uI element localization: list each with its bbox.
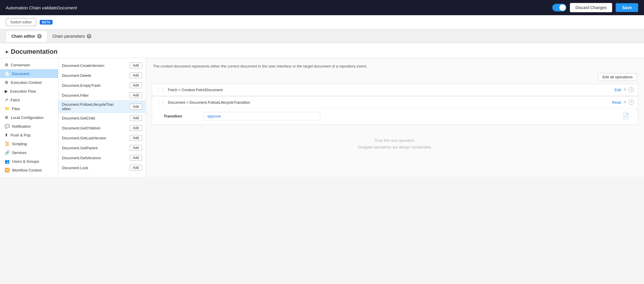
add-lock-button[interactable]: Add [130,165,142,171]
chain-op-lifecycle-close[interactable]: × [624,100,626,105]
notification-icon: 💬 [5,124,10,129]
tab-chain-parameters-label: Chain parameters [53,34,85,39]
title-italic: validateDocument [42,5,77,10]
sidebar-item-label: Workflow Context [12,168,42,172]
title-text: Automation Chain [6,5,42,10]
doc-title: Documentation [11,48,58,56]
add-get-versions-button[interactable]: Add [130,155,142,161]
sidebar-item-label: Execution Context [11,80,42,85]
drag-handle-fetch[interactable]: ⋮⋮ [156,87,166,93]
beta-badge: BETA [40,20,52,25]
sidebar-item-execution-context[interactable]: ⚙ Execution Context [0,78,58,87]
op-get-last-version[interactable]: Document.GetLastVersion Add [58,133,146,143]
chain-panel: The context document represents either t… [146,58,644,177]
sidebar-item-label: Fetch [11,98,20,102]
push-pop-icon: ⬆ [5,133,8,137]
sidebar-item-notification[interactable]: 💬 Notification [0,122,58,131]
category-sidebar: ⚙ Conversion 📄 Document ⚙ Execution Cont… [0,58,58,177]
chain-op-lifecycle-read[interactable]: Read [612,100,621,105]
sidebar-item-label: Conversion [11,63,30,67]
sidebar-item-label: Local Configuration [11,115,43,120]
add-follow-lifecycle-button[interactable]: Add [130,104,142,110]
switch-editor-button[interactable]: Switch editor [6,18,36,26]
toggle-knob [559,4,566,11]
toggle-switch[interactable] [552,4,566,11]
sidebar-item-label: Execution Flow [10,89,36,93]
param-transition-label: Transition [164,114,199,118]
edit-all-ops-button[interactable]: Edit all operations [598,73,637,81]
chain-op-fetch-close[interactable]: × [624,87,626,92]
chain-op-fetch: ⋮⋮ Fetch > Context.FetchDocument Edit × … [152,84,638,96]
op-follow-lifecycle[interactable]: Document.FollowLifecycleTransition Add [58,100,146,113]
op-get-versions[interactable]: Document.GetVersions Add [58,153,146,163]
drop-zone[interactable]: Drop the next operation. Dropped operati… [146,125,644,162]
sidebar-item-label: Notification [12,124,31,129]
sidebar-item-local-config[interactable]: ⚙ Local Configuration [0,113,58,122]
sidebar-item-label: Files [12,107,20,111]
discard-button[interactable]: Discard Changes [570,3,612,12]
add-get-children-button[interactable]: Add [130,125,142,131]
op-filter[interactable]: Document.Filter Add [58,90,146,100]
sidebar-item-fetch[interactable]: ↗ Fetch [0,96,58,104]
sidebar-item-users-groups[interactable]: 👥 Users & Groups [0,157,58,166]
header-actions: Discard Changes Save [552,3,638,12]
add-filter-button[interactable]: Add [130,92,142,98]
sidebar-item-label: Push & Pop [11,133,31,137]
sidebar-item-files[interactable]: 📁 Files [0,104,58,113]
sidebar-item-label: Scripting [12,142,27,146]
drag-handle-lifecycle[interactable]: ⋮⋮ [156,100,166,105]
chain-editor-help-icon[interactable]: ? [37,34,42,39]
op-delete[interactable]: Document.Delete Add [58,70,146,80]
chain-op-fetch-edit[interactable]: Edit [615,88,621,92]
param-file-icon[interactable]: 📄 [622,112,630,120]
sidebar-item-conversion[interactable]: ⚙ Conversion [0,60,58,69]
doc-section: ▶ Documentation [0,43,644,58]
sidebar-item-label: Users & Groups [12,159,39,164]
param-transition-value[interactable]: approve [203,112,320,120]
chain-op-lifecycle-header: ⋮⋮ Document > Document.FollowLifecycleTr… [152,97,638,108]
chain-op-lifecycle-actions: Read × ? [612,100,634,105]
sidebar-item-push-pop[interactable]: ⬆ Push & Pop [0,131,58,139]
doc-collapse-arrow[interactable]: ▶ [6,50,8,54]
chain-op-fetch-help[interactable]: ? [629,87,634,92]
app-header: Automation Chain validateDocument Discar… [0,0,644,15]
op-create-version[interactable]: Document.CreateVersion Add [58,60,146,70]
add-delete-button[interactable]: Add [130,72,142,78]
op-lock[interactable]: Document.Lock Add [58,163,146,173]
save-button[interactable]: Save [616,3,638,12]
tabs-bar: Chain editor ? Chain parameters ? [0,29,644,43]
operations-panel: Document.CreateVersion Add Document.Dele… [58,58,146,177]
document-icon: 📄 [5,71,10,76]
add-get-last-version-button[interactable]: Add [130,135,142,141]
subheader: Switch editor BETA [0,15,644,29]
op-get-parent[interactable]: Document.GetParent Add [58,143,146,153]
sidebar-item-execution-flow[interactable]: ▶ Execution Flow [0,87,58,96]
chain-op-lifecycle-params: Transition approve 📄 [152,108,638,124]
chain-operations-list: ⋮⋮ Fetch > Context.FetchDocument Edit × … [146,84,644,125]
sidebar-item-services[interactable]: 🔗 Services [0,148,58,157]
three-col-layout: ⚙ Conversion 📄 Document ⚙ Execution Cont… [0,58,644,177]
op-get-child[interactable]: Document.GetChild Add [58,113,146,123]
execution-context-icon: ⚙ [5,80,8,85]
drop-zone-line2: Dropped operations are always reorderabl… [152,144,638,150]
services-icon: 🔗 [5,150,10,155]
add-get-child-button[interactable]: Add [130,115,142,121]
chain-parameters-help-icon[interactable]: ? [87,34,91,39]
sidebar-item-document[interactable]: 📄 Document [0,69,58,78]
op-get-children[interactable]: Document.GetChildren Add [58,123,146,133]
app-title: Automation Chain validateDocument [6,5,77,10]
add-get-parent-button[interactable]: Add [130,145,142,151]
tab-chain-parameters[interactable]: Chain parameters ? [47,31,97,41]
sidebar-item-workflow-context[interactable]: 🔀 Workflow Context [0,166,58,174]
tab-chain-editor[interactable]: Chain editor ? [6,31,47,42]
scripting-icon: 📜 [5,141,10,146]
add-create-version-button[interactable]: Add [130,63,142,68]
users-groups-icon: 👥 [5,159,10,164]
chain-op-lifecycle-help[interactable]: ? [629,100,634,105]
local-config-icon: ⚙ [5,115,8,120]
chain-op-lifecycle-title: Document > Document.FollowLifecycleTrans… [168,100,612,105]
add-empty-trash-button[interactable]: Add [130,82,142,88]
sidebar-item-scripting[interactable]: 📜 Scripting [0,139,58,148]
tab-chain-editor-label: Chain editor [11,34,35,39]
op-empty-trash[interactable]: Document.EmptyTrash Add [58,80,146,90]
